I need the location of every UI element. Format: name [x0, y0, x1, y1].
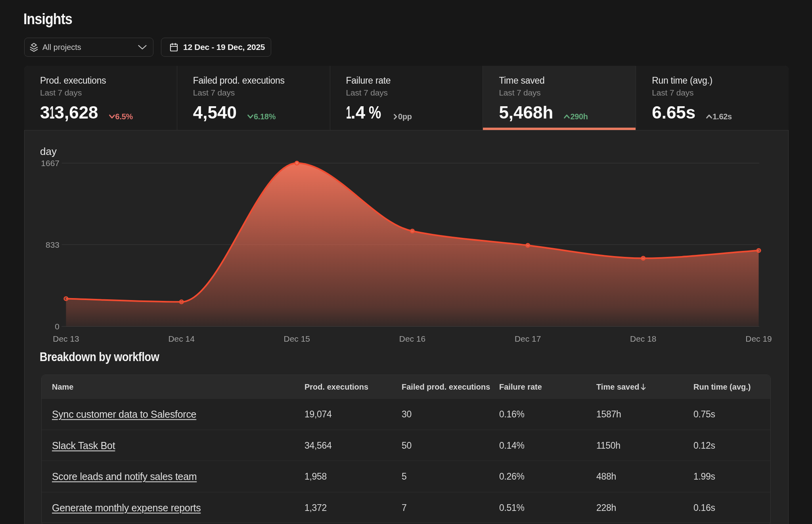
svg-text:Dec 19: Dec 19	[745, 334, 772, 343]
svg-text:0: 0	[55, 322, 59, 331]
svg-text:Dec 14: Dec 14	[168, 334, 195, 343]
svg-text:Dec 18: Dec 18	[630, 334, 657, 343]
svg-text:Dec 16: Dec 16	[399, 334, 426, 343]
svg-text:Dec 17: Dec 17	[515, 334, 541, 343]
svg-text:833: 833	[46, 240, 59, 249]
svg-text:day: day	[40, 145, 57, 157]
svg-text:Dec 13: Dec 13	[53, 334, 79, 343]
svg-text:1667: 1667	[41, 159, 59, 168]
svg-text:Dec 15: Dec 15	[284, 334, 310, 343]
